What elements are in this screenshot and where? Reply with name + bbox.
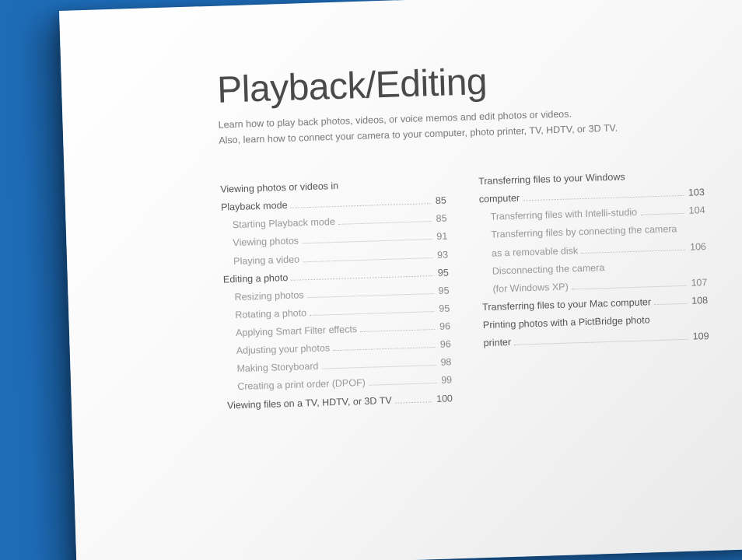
toc-leader-dots bbox=[654, 303, 687, 305]
toc-label: Starting Playback mode bbox=[232, 213, 335, 234]
toc-page-number: 98 bbox=[439, 354, 452, 373]
toc-leader-dots bbox=[307, 293, 434, 298]
toc-leader-dots bbox=[360, 329, 435, 332]
toc-page-number: 109 bbox=[691, 327, 709, 346]
toc-leader-dots bbox=[338, 221, 432, 225]
toc-page-number: 100 bbox=[435, 390, 453, 408]
toc-label: Applying Smart Filter effects bbox=[236, 320, 358, 342]
toc-page-number: 95 bbox=[436, 264, 450, 282]
toc-label: printer bbox=[483, 334, 511, 352]
chapter-title: Playback/Editing bbox=[216, 52, 730, 111]
toc-leader-dots bbox=[322, 365, 436, 369]
toc-page-number: 108 bbox=[690, 292, 709, 310]
toc-label: Editing a photo bbox=[223, 269, 289, 289]
toc-page-number: 96 bbox=[438, 317, 451, 336]
toc-leader-dots bbox=[303, 257, 432, 262]
toc-label: Viewing photos bbox=[233, 233, 299, 253]
toc-page-number: 99 bbox=[439, 372, 453, 390]
toc-label: Playback mode bbox=[221, 197, 288, 217]
toc-leader-dots bbox=[333, 347, 436, 351]
toc-leader-dots bbox=[640, 213, 684, 215]
toc-page-number: 85 bbox=[434, 210, 447, 229]
toc-leader-dots bbox=[302, 239, 432, 243]
toc-page-number: 107 bbox=[689, 274, 708, 292]
toc-leader-dots bbox=[523, 195, 684, 201]
toc-label: as a removable disk bbox=[492, 242, 579, 263]
toc-leader-dots bbox=[291, 203, 432, 208]
toc-label: Making Storyboard bbox=[236, 358, 319, 378]
toc-leader-dots bbox=[395, 401, 432, 403]
toc-label: computer bbox=[479, 190, 520, 209]
toc-leader-dots bbox=[369, 383, 436, 386]
toc-page-number: 96 bbox=[438, 336, 451, 355]
toc-leader-dots bbox=[291, 275, 433, 281]
toc-page-number: 104 bbox=[687, 201, 705, 220]
toc-page-number: 91 bbox=[435, 228, 448, 247]
table-of-contents: Viewing photos or videos in Playback mod… bbox=[220, 165, 740, 415]
toc-page-number: 95 bbox=[436, 282, 450, 300]
toc-page-number: 103 bbox=[687, 184, 705, 202]
toc-leader-dots bbox=[581, 249, 685, 253]
toc-page-number: 93 bbox=[436, 246, 449, 264]
toc-label: Viewing photos or videos in bbox=[220, 177, 339, 199]
toc-page-number: 95 bbox=[437, 299, 450, 318]
toc-page-number: 85 bbox=[434, 192, 447, 211]
toc-leader-dots bbox=[572, 285, 687, 290]
toc-column-left: Viewing photos or videos in Playback mod… bbox=[220, 173, 453, 415]
toc-label: Rotating a photo bbox=[235, 304, 306, 324]
toc-leader-dots bbox=[310, 311, 434, 316]
toc-leader-dots bbox=[514, 339, 688, 345]
toc-label: (for Windows XP) bbox=[492, 278, 569, 298]
toc-label: Playing a video bbox=[233, 250, 299, 271]
document-page: Playback/Editing Learn how to play back … bbox=[59, 0, 742, 560]
toc-page-number: 106 bbox=[688, 238, 707, 257]
toc-column-right: Transferring files to your Windows compu… bbox=[478, 166, 711, 407]
toc-label: Resizing photos bbox=[234, 286, 304, 306]
